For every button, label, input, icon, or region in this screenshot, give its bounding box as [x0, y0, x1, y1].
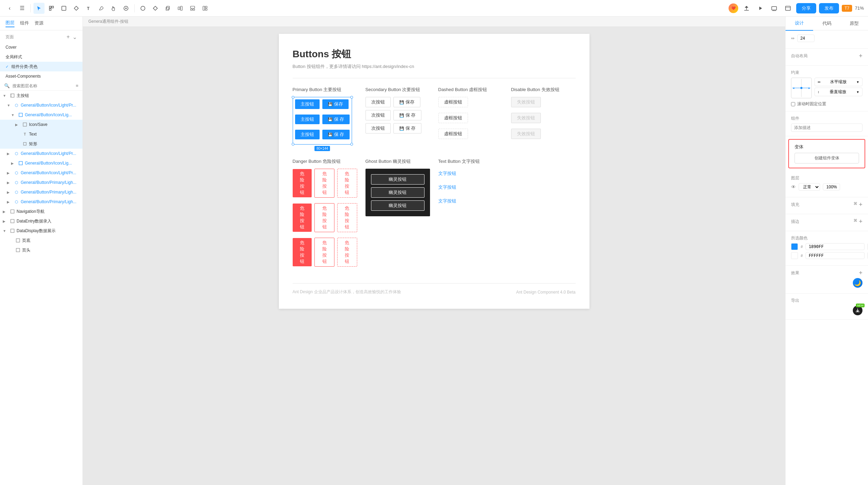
layer-l9[interactable]: ▶ ⬡ General/Button/Icon/Light/Pr... [0, 168, 82, 178]
text-tool[interactable]: T [83, 3, 94, 14]
rect-tool[interactable] [58, 3, 69, 14]
page-asset-components[interactable]: Asset-Components [0, 71, 82, 81]
play-icon[interactable] [755, 3, 766, 14]
layer-main-btn[interactable]: ▼ 主按钮 [0, 91, 82, 100]
upload-icon[interactable] [741, 3, 752, 14]
ghost-btn-2[interactable]: 幽灵按钮 [371, 187, 425, 198]
create-variant-btn[interactable]: 创建组件变体 [794, 153, 859, 164]
tab-assets[interactable]: 资源 [35, 20, 43, 27]
filter-icon[interactable]: ≡ [76, 83, 78, 88]
color-swatch-2[interactable] [791, 252, 798, 259]
circle-tool[interactable] [137, 3, 148, 14]
layer-l2[interactable]: ▼ ⬡ General/Button/Icon/Light/Pr... [0, 100, 82, 110]
spacing-input[interactable] [797, 34, 815, 42]
hex-input-2[interactable] [806, 252, 865, 259]
layer-datadisplay[interactable]: ▼ DataDisplay数据展示 [0, 226, 82, 236]
hex-input-1[interactable] [806, 243, 865, 250]
danger-outline-1[interactable]: 危险按钮 [314, 169, 334, 198]
primary-icon-btn-1[interactable]: 💾 保存 [322, 99, 349, 109]
page-component-category[interactable]: ✓ 组件分类-亮色 [0, 62, 82, 71]
tab-prototype[interactable]: 原型 [840, 17, 868, 30]
text-btn-2[interactable]: 文字按钮 [438, 182, 456, 192]
pen2-tool[interactable] [96, 3, 107, 14]
export-circle[interactable]: NEW [853, 306, 862, 315]
danger-dashed-2[interactable]: 危险按钮 [337, 203, 357, 232]
publish-button[interactable]: 发布 [819, 3, 839, 13]
dashed-btn-2[interactable]: 虚框按钮 [438, 113, 468, 123]
layer-l7[interactable]: ▶ ⬡ General/Button/Icon/Light/Pr... [0, 149, 82, 158]
layer-l8[interactable]: ▶ General/Button/Icon/Lig... [0, 158, 82, 168]
v-constraint-select[interactable]: ↕ 垂直缩放 ▼ [815, 88, 862, 96]
layer-dataentry[interactable]: ▶ DataEntry数据录入 [0, 216, 82, 226]
layer-l11[interactable]: ▶ ⬡ General/Button/Primary/Ligh... [0, 187, 82, 197]
layout-tool[interactable] [199, 3, 211, 14]
layer-navigation[interactable]: ▶ Navigation导航 [0, 207, 82, 216]
user-avatar[interactable]: ❤️ [729, 3, 738, 13]
tab-code[interactable]: 代码 [813, 17, 841, 30]
copy-tool[interactable] [162, 3, 173, 14]
danger-solid-1[interactable]: 危险按钮 [293, 169, 312, 197]
primary-icon-btn-3[interactable]: 💾 保 存 [322, 130, 350, 139]
layer-footer[interactable]: 页底 [0, 236, 82, 245]
tab-design[interactable]: 设计 [786, 17, 813, 31]
primary-btn-2[interactable]: 主按钮 [295, 115, 320, 124]
primary-btn-3[interactable]: 主按钮 [295, 130, 320, 139]
dashed-btn-1[interactable]: 虚框按钮 [438, 97, 468, 107]
pages-add-btn[interactable]: + [67, 34, 70, 40]
text-btn-3[interactable]: 文字按钮 [438, 196, 456, 206]
zoom-level[interactable]: 71% [855, 6, 864, 11]
select-tool[interactable] [33, 3, 45, 14]
share-button[interactable]: 分享 [796, 3, 816, 13]
danger-solid-3[interactable]: 危险按钮 [293, 238, 312, 266]
danger-dashed-3[interactable]: 危险按钮 [337, 238, 357, 267]
scroll-fixed-checkbox[interactable] [791, 102, 795, 106]
grid-tool[interactable] [187, 3, 198, 14]
tab-layers[interactable]: 图层 [6, 20, 14, 27]
back-button[interactable]: ‹ [4, 3, 15, 14]
text-btn-1[interactable]: 文字按钮 [438, 169, 456, 178]
secondary-icon-btn-2[interactable]: 💾 保 存 [393, 110, 422, 120]
pages-menu-btn[interactable]: ⌄ [72, 34, 77, 40]
fill-add-btn[interactable]: + [859, 201, 862, 208]
secondary-icon-btn-3[interactable]: 💾 保 存 [393, 123, 422, 133]
canvas-content[interactable]: Buttons 按钮 Button 按钮组件，更多详情请访问 https://a… [83, 27, 785, 485]
page-global-style[interactable]: 全局样式 [0, 52, 82, 62]
color-swatch-1[interactable] [791, 243, 798, 250]
danger-outline-2[interactable]: 危险按钮 [314, 203, 334, 232]
ghost-btn-3[interactable]: 幽灵按钮 [371, 200, 425, 211]
layer-l5[interactable]: T Text [0, 129, 82, 139]
dashed-btn-3[interactable]: 虚框按钮 [438, 129, 468, 139]
primary-icon-btn-2[interactable]: 💾 保 存 [322, 115, 350, 124]
secondary-btn-1[interactable]: 次按钮 [365, 97, 391, 107]
layer-l10[interactable]: ▶ ⬡ General/Button/Primary/Ligh... [0, 178, 82, 187]
layer-l4[interactable]: ▶ Icon/Save [0, 120, 82, 129]
layer-header[interactable]: 页头 [0, 245, 82, 255]
eye-icon[interactable]: 👁 [791, 184, 796, 190]
align-tool[interactable] [175, 3, 186, 14]
layer-l3[interactable]: ▼ General/Button/Icon/Lig... [0, 110, 82, 120]
layer-l12[interactable]: ▶ ⬡ General/Button/Primary/Ligh... [0, 197, 82, 207]
danger-outline-3[interactable]: 危险按钮 [314, 238, 334, 267]
danger-dashed-1[interactable]: 危险按钮 [337, 169, 357, 198]
opacity-input[interactable] [823, 184, 840, 190]
layer-mode-select[interactable]: 正常 [799, 183, 820, 191]
page-cover[interactable]: Cover [0, 42, 82, 52]
menu-button[interactable]: ☰ [17, 3, 28, 14]
secondary-icon-btn-1[interactable]: 💾 保存 [393, 97, 420, 107]
search-input[interactable] [12, 83, 73, 88]
danger-solid-2[interactable]: 危险按钮 [293, 204, 312, 232]
primary-buttons-group[interactable]: 主按钮 💾 保存 主按钮 💾 保 存 [293, 97, 357, 145]
effects-add-btn[interactable]: + [859, 270, 862, 276]
preview-icon[interactable] [769, 3, 780, 14]
secondary-btn-3[interactable]: 次按钮 [365, 123, 391, 133]
auto-layout-add[interactable]: + [859, 53, 862, 59]
component-desc-input[interactable] [791, 123, 862, 132]
secondary-btn-2[interactable]: 次按钮 [365, 110, 391, 120]
hand-tool[interactable] [108, 3, 119, 14]
pen-tool[interactable] [71, 3, 82, 14]
tab-components[interactable]: 组件 [20, 20, 29, 27]
effect-circle[interactable]: 🌙 [853, 278, 862, 288]
ghost-btn-1[interactable]: 幽灵按钮 [371, 174, 425, 185]
comment-tool[interactable] [120, 3, 131, 14]
h-constraint-select[interactable]: ⇔ 水平缩放 ▼ [815, 78, 862, 86]
